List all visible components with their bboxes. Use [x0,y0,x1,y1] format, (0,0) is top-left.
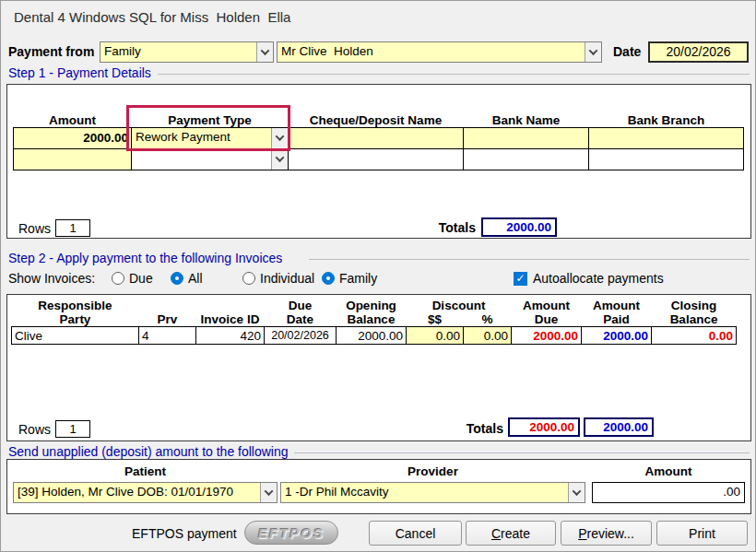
column-header-amount: Amount [14,109,132,127]
column-header-discount-percent: % [464,312,512,327]
discount-percent-cell[interactable]: 0.00 [464,327,512,345]
payer-name-value: Mr Clive Holden [278,42,585,62]
totals-label: Totals [422,421,503,436]
deposit-patient-dropdown-button[interactable] [260,483,277,502]
column-header-responsible: Responsible [12,299,139,312]
radio-all-label[interactable]: All [188,271,203,286]
payment-details-table: Amount Payment Type Cheque/Deposit Name … [13,109,744,170]
closing-balance-cell: 0.00 [652,327,737,345]
radio-due-label[interactable]: Due [129,271,153,286]
amount-paid-cell[interactable]: 2000.00 [582,327,652,345]
invoice-header-row-1: Responsible Due Opening Discount Amount … [12,299,737,312]
deposit-provider-dropdown-button[interactable] [568,483,585,502]
payment-type-value [132,149,271,170]
amount-cell[interactable]: 2000.00 [14,127,132,148]
date-label: Date [613,44,641,59]
radio-due[interactable] [112,272,124,285]
divider [294,452,750,453]
payer-name-combo[interactable]: Mr Clive Holden [277,41,602,63]
print-button[interactable]: Print [656,521,748,546]
totals-label: Totals [380,220,476,235]
step2-panel: Responsible Due Opening Discount Amount … [6,294,751,441]
deposit-heading: Send unapplied (deposit) amount to the f… [8,444,289,459]
due-date-cell: 20/02/2026 [265,327,337,345]
eftpos-logo-text: EFTPOS [258,525,325,541]
bank-branch-cell[interactable] [589,148,744,170]
invoice-row: Clive 4 420 20/02/2026 2000.00 0.00 0.00… [12,327,737,345]
payment-row-1: 2000.00 Rework Payment [14,127,744,148]
date-field[interactable]: 20/02/2026 [648,41,749,63]
print-button-label: Print [689,526,715,541]
total-amount-paid: 2000.00 [584,417,654,437]
invoice-table: Responsible Due Opening Discount Amount … [11,299,737,345]
autoallocate-label[interactable]: Autoallocate payments [533,271,664,286]
payment-from-label: Payment from [8,44,94,59]
bank-branch-cell[interactable] [589,127,744,148]
provider-column-label: Provider [280,464,585,478]
payment-type-value: Rework Payment [132,128,271,148]
column-header-invoice-id: Invoice ID [196,312,265,327]
column-header-due2: Due [512,312,582,327]
invoice-id-cell: 420 [196,327,265,345]
divider [158,74,750,75]
chevron-down-icon [573,487,582,496]
column-header-prv: Prv [139,312,196,327]
check-icon: ✓ [515,272,525,285]
responsible-party-cell: Clive [12,327,139,345]
autoallocate-checkbox[interactable]: ✓ [514,272,527,286]
amount-due-cell: 2000.00 [512,327,582,345]
payment-type-combo[interactable]: Rework Payment [132,128,288,148]
show-invoices-label: Show Invoices: [8,271,95,286]
payment-row-2 [14,148,744,170]
radio-family[interactable] [322,272,335,285]
cheque-deposit-name-cell[interactable] [289,127,464,148]
payment-details-header-row: Amount Payment Type Cheque/Deposit Name … [14,109,744,127]
payer-name-dropdown-button[interactable] [585,42,601,62]
payment-type-dropdown-button[interactable] [271,149,288,170]
amount-cell[interactable] [14,148,132,170]
deposit-patient-combo[interactable]: [39] Holden, Mr Clive DOB: 01/01/1970 [13,482,278,503]
payer-type-combo[interactable]: Family [100,41,274,63]
cancel-button[interactable]: Cancel [369,521,462,546]
discount-dollars-cell[interactable]: 0.00 [407,327,464,345]
rows-count: 1 [55,420,90,438]
invoice-header-row-2: Party Prv Invoice ID Date Balance $$ % D… [12,312,737,327]
column-header-closing-balance: Balance [652,312,737,327]
payer-type-dropdown-button[interactable] [256,42,273,62]
payment-type-dropdown-button[interactable] [271,128,288,148]
radio-family-label[interactable]: Family [339,271,377,286]
column-header-amount-due: Amount [512,299,582,312]
radio-individual-label[interactable]: Individual [260,271,314,286]
deposit-provider-combo[interactable]: 1 -Dr Phil Mccavity [280,482,585,503]
amount-column-label: Amount [592,464,745,478]
column-header-party: Party [12,312,139,327]
column-header-discount-dollars: $$ [407,312,464,327]
window-title: Dental 4 Windows SQL for Miss Holden Ell… [14,9,290,25]
rows-label: Rows [18,221,51,236]
preview-button[interactable]: Preview... [561,521,652,546]
divider [309,259,750,260]
create-button[interactable]: Create [466,521,556,546]
step1-panel: Amount Payment Type Cheque/Deposit Name … [6,84,751,239]
radio-all[interactable] [171,272,183,285]
deposit-panel: Patient Provider Amount [39] Holden, Mr … [6,459,751,514]
payment-type-combo[interactable] [132,149,288,170]
column-header-closing: Closing [652,299,737,312]
chevron-down-icon [265,487,274,496]
radio-individual[interactable] [242,272,255,285]
payment-type-cell[interactable] [132,148,289,170]
column-header-cheque-name: Cheque/Deposit Name [289,109,464,127]
deposit-amount-field[interactable]: .00 [592,482,745,503]
deposit-provider-value: 1 -Dr Phil Mccavity [281,483,568,502]
eftpos-logo[interactable]: EFTPOS [244,521,338,545]
bank-name-cell[interactable] [464,127,589,148]
payment-type-cell[interactable]: Rework Payment [132,127,289,148]
patient-column-label: Patient [13,464,278,478]
step1-heading: Step 1 - Payment Details [8,65,151,80]
step2-heading: Step 2 - Apply payment to the following … [8,251,282,265]
payment-window: Dental 4 Windows SQL for Miss Holden Ell… [0,0,756,552]
column-header-bank-name: Bank Name [464,109,589,127]
bank-name-cell[interactable] [464,148,589,170]
column-header-due: Due [265,299,337,312]
cheque-deposit-name-cell[interactable] [289,148,464,170]
